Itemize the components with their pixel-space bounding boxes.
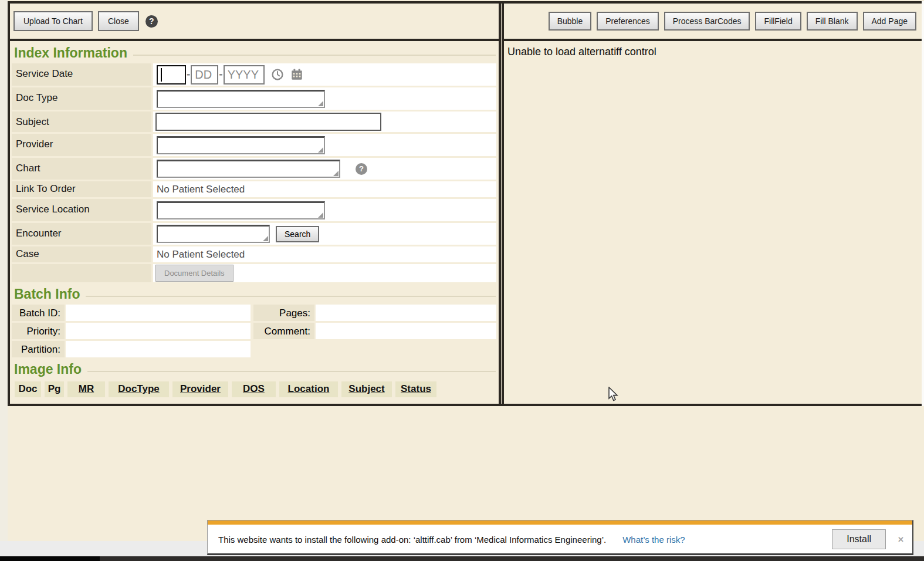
pages-label: Pages:	[253, 305, 314, 321]
partition-label: Partition:	[12, 341, 65, 357]
viewer-panel: Bubble Preferences Process BarCodes Fill…	[502, 1, 924, 406]
bubble-button[interactable]: Bubble	[549, 12, 592, 31]
column-header-status[interactable]: Status	[395, 381, 436, 397]
doc-type-row: Doc Type	[12, 87, 496, 110]
calendar-icon[interactable]	[290, 68, 303, 81]
fillfield-button[interactable]: FillField	[755, 12, 801, 31]
mouse-cursor	[608, 387, 621, 402]
document-details-row: Document Details	[12, 264, 496, 282]
index-information-title: Index Information	[12, 45, 127, 61]
batch-info-grid: Batch ID: Pages: Priority: Comment: Part…	[12, 305, 496, 357]
batch-id-label: Batch ID:	[12, 305, 65, 321]
column-header-subject[interactable]: Subject	[341, 381, 392, 397]
addon-install-notification: This website wants to install the follow…	[207, 520, 913, 555]
link-to-order-label: Link To Order	[12, 181, 151, 197]
upload-to-chart-button[interactable]: Upload To Chart	[13, 11, 93, 31]
service-date-year-input[interactable]	[224, 65, 265, 85]
encounter-label: Encounter	[12, 223, 151, 245]
encounter-search-button[interactable]: Search	[276, 226, 319, 242]
image-info-heading: Image Info	[12, 361, 496, 377]
case-row: Case No Patient Selected	[12, 246, 496, 262]
chart-combobox[interactable]	[157, 160, 340, 178]
provider-combobox[interactable]	[157, 136, 325, 154]
encounter-combobox[interactable]	[157, 225, 270, 243]
link-to-order-row: Link To Order No Patient Selected	[12, 181, 496, 197]
batch-row: Batch ID: Pages:	[12, 305, 496, 321]
date-separator: -	[219, 68, 222, 81]
index-panel-toolbar: Upload To Chart Close ?	[10, 4, 499, 41]
document-details-spacer	[12, 264, 151, 282]
service-location-row: Service Location	[12, 199, 496, 221]
service-location-combobox[interactable]	[157, 201, 325, 219]
case-value: No Patient Selected	[155, 249, 245, 261]
partition-value	[66, 341, 251, 357]
fill-blank-button[interactable]: Fill Blank	[807, 12, 858, 31]
service-date-day-input[interactable]	[191, 65, 218, 85]
text-caret	[161, 68, 162, 82]
comment-label: Comment:	[253, 323, 314, 339]
column-header-mr[interactable]: MR	[67, 381, 105, 397]
add-page-button[interactable]: Add Page	[863, 12, 917, 31]
doc-type-label: Doc Type	[12, 87, 151, 110]
provider-label: Provider	[12, 134, 151, 156]
provider-row: Provider	[12, 134, 496, 156]
image-info-title: Image Info	[12, 361, 82, 377]
column-header-doc: Doc	[15, 381, 41, 397]
notification-accent-bar	[208, 521, 912, 525]
viewer-scroll-strip	[922, 1, 924, 406]
image-info-table-header: Doc Pg MR DocType Provider DOS Location …	[15, 381, 496, 397]
taskbar-edge-dark	[0, 556, 100, 561]
batch-row: Partition:	[12, 341, 496, 357]
chart-row: Chart ?	[12, 158, 496, 180]
batch-info-title: Batch Info	[12, 286, 80, 302]
batch-info-heading: Batch Info	[12, 286, 496, 302]
pages-value	[316, 305, 496, 321]
index-panel: Upload To Chart Close ? Index Informatio…	[8, 1, 501, 406]
batch-row: Priority: Comment:	[12, 323, 496, 339]
notification-text: This website wants to install the follow…	[218, 535, 606, 545]
viewer-error-message: Unable to load alternatiff control	[504, 41, 924, 58]
heading-rule	[133, 55, 496, 56]
column-header-pg: Pg	[45, 381, 64, 397]
doc-type-combobox[interactable]	[157, 90, 325, 108]
notification-close-icon[interactable]: ✕	[898, 535, 904, 544]
help-icon[interactable]: ?	[145, 15, 158, 28]
subject-input[interactable]	[155, 113, 381, 131]
case-label: Case	[12, 246, 151, 262]
column-header-dos[interactable]: DOS	[232, 381, 276, 397]
close-button[interactable]: Close	[98, 11, 139, 31]
taskbar-edge	[0, 556, 924, 561]
column-header-doctype[interactable]: DocType	[109, 381, 169, 397]
column-header-provider[interactable]: Provider	[172, 381, 228, 397]
viewer-toolbar: Bubble Preferences Process BarCodes Fill…	[504, 4, 924, 41]
chart-help-icon[interactable]: ?	[356, 163, 367, 175]
heading-rule	[86, 296, 496, 297]
date-separator: -	[187, 68, 190, 81]
preferences-button[interactable]: Preferences	[597, 12, 658, 31]
subject-label: Subject	[12, 111, 151, 132]
chart-label: Chart	[12, 158, 151, 180]
whats-the-risk-link[interactable]: What’s the risk?	[622, 535, 685, 545]
comment-value	[316, 323, 496, 339]
heading-rule	[87, 371, 496, 372]
window-left-margin	[0, 0, 8, 541]
clock-icon[interactable]	[271, 68, 284, 81]
document-details-button[interactable]: Document Details	[155, 265, 233, 282]
subject-row: Subject	[12, 111, 496, 132]
encounter-row: Encounter Search	[12, 223, 496, 245]
process-barcodes-button[interactable]: Process BarCodes	[664, 12, 750, 31]
batch-id-value	[66, 305, 251, 321]
priority-label: Priority:	[12, 323, 65, 339]
index-information-heading: Index Information	[12, 45, 496, 61]
service-date-row: Service Date - -	[12, 63, 496, 86]
service-date-label: Service Date	[12, 63, 151, 86]
install-button[interactable]: Install	[832, 529, 886, 549]
index-form: Service Date - -	[12, 63, 496, 282]
link-to-order-value: No Patient Selected	[155, 184, 245, 195]
service-location-label: Service Location	[12, 199, 151, 221]
column-header-location[interactable]: Location	[279, 381, 338, 397]
priority-value	[66, 323, 251, 339]
